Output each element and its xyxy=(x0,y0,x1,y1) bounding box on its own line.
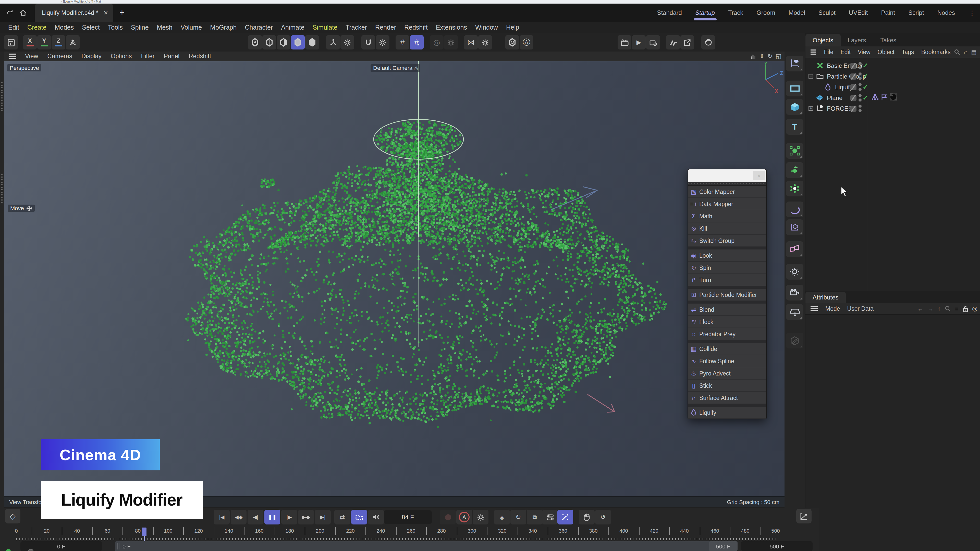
attr-filter-icon[interactable]: ≡ xyxy=(955,306,958,312)
tree-row-particle-group[interactable]: −Particle Group✓ xyxy=(805,71,980,82)
material-tag-icon[interactable] xyxy=(890,93,897,102)
popup-item-surface-attract[interactable]: ∩Surface Attract xyxy=(688,392,766,404)
popup-item-predator-prey[interactable]: ◌Predator Prey xyxy=(688,328,766,340)
edges-mode-button[interactable] xyxy=(262,35,276,49)
field-icon[interactable] xyxy=(786,143,803,159)
key-position-button[interactable]: ◈ xyxy=(494,510,510,524)
falloff-rings-icon[interactable]: ◎ xyxy=(430,35,444,49)
perspective-viewport[interactable]: Perspective Default Camera ⎙ Move Y Z X xyxy=(4,61,784,496)
spline-pen-icon[interactable] xyxy=(786,56,803,71)
enabled-check-icon[interactable]: ✓ xyxy=(862,62,868,69)
object-manager-hamburger-icon[interactable] xyxy=(811,49,816,55)
panel-drag-handle[interactable] xyxy=(1,174,3,205)
snap-keys-button[interactable] xyxy=(557,510,573,524)
om-menu-edit[interactable]: Edit xyxy=(837,49,854,55)
text-spline-icon[interactable]: T xyxy=(786,119,803,135)
edit-toggle-icon[interactable] xyxy=(850,62,856,68)
export-icon[interactable] xyxy=(680,35,694,49)
camera-label[interactable]: Default Camera ⎙ xyxy=(371,64,420,72)
mouse-mode-button[interactable] xyxy=(579,510,595,524)
symmetry-settings-gear-icon[interactable] xyxy=(478,35,492,49)
popup-item-blend[interactable]: ⇌Blend xyxy=(688,303,766,316)
render-dot[interactable] xyxy=(859,98,862,101)
tree-row-basic-emitter[interactable]: Basic Emitter✓ xyxy=(805,60,980,71)
viewport-menu-view[interactable]: View xyxy=(21,52,43,60)
playhead[interactable] xyxy=(142,527,146,536)
om-menu-tags[interactable]: Tags xyxy=(898,49,918,55)
attr-target-icon[interactable]: ◎ xyxy=(972,305,977,312)
attr-back-icon[interactable]: ← xyxy=(917,305,923,312)
deformer-icon[interactable] xyxy=(786,202,803,218)
spline-rectangle-icon[interactable] xyxy=(786,81,803,97)
sound-button[interactable] xyxy=(368,510,384,524)
tree-row-forces[interactable]: +FORCES xyxy=(805,103,980,114)
axis-settings-gear-icon[interactable] xyxy=(340,35,354,49)
popup-drag-handle[interactable] xyxy=(688,182,766,186)
viewport-menu-options[interactable]: Options xyxy=(106,52,137,60)
layout-track[interactable]: Track xyxy=(721,3,750,22)
menu-mograph[interactable]: MoGraph xyxy=(206,24,241,31)
menu-window[interactable]: Window xyxy=(471,24,502,31)
visibility-dots-icon[interactable] xyxy=(859,104,862,113)
layout-groom[interactable]: Groom xyxy=(750,3,782,22)
symmetry-mirror-icon[interactable]: ⋈ xyxy=(464,35,478,49)
attr-up-icon[interactable]: ↑ xyxy=(938,305,941,312)
menu-character[interactable]: Character xyxy=(241,24,277,31)
auto-mode-icon[interactable]: Ⓐ xyxy=(520,35,533,49)
render-play-button[interactable]: ▶ xyxy=(632,35,646,49)
om-home-icon[interactable]: ⌂ xyxy=(964,48,968,56)
autokey-button[interactable]: A xyxy=(456,510,472,524)
asset-browser-button[interactable] xyxy=(4,35,18,49)
render-dot[interactable] xyxy=(859,109,862,112)
visibility-dot[interactable] xyxy=(859,94,862,97)
axis-lock-y-button[interactable]: Y xyxy=(37,35,51,49)
workplane-grid-button[interactable]: # xyxy=(396,35,409,49)
viewport-menu-filter[interactable]: Filter xyxy=(136,52,159,60)
menu-select[interactable]: Select xyxy=(78,24,104,31)
edit-toggle-icon[interactable] xyxy=(850,73,856,79)
render-dot[interactable] xyxy=(859,87,862,91)
object-tree[interactable]: Basic Emitter✓−Particle Group✓Liquify✓Pl… xyxy=(805,58,980,291)
attr-lock-icon[interactable] xyxy=(963,305,968,312)
render-dot[interactable] xyxy=(859,77,862,80)
loop-mode-button[interactable]: ⇄ xyxy=(334,510,350,524)
orbit-playback-button[interactable]: ↺ xyxy=(595,510,611,524)
edit-toggle-icon[interactable] xyxy=(850,95,856,101)
om-panel-list-icon[interactable]: ▤ xyxy=(971,49,977,56)
attributes-tab[interactable]: Attributes xyxy=(805,291,980,303)
flag-tag-icon[interactable] xyxy=(881,93,887,102)
record-button[interactable] xyxy=(440,510,456,524)
tree-row-plane[interactable]: Plane✓ xyxy=(805,92,980,103)
visibility-dot[interactable] xyxy=(859,83,862,86)
current-frame-field[interactable]: 84 F xyxy=(384,510,432,524)
popup-item-flock[interactable]: ≋Flock xyxy=(688,316,766,328)
floor-environment-icon[interactable] xyxy=(786,304,803,320)
menu-tracker[interactable]: Tracker xyxy=(342,24,371,31)
menu-tools[interactable]: Tools xyxy=(104,24,127,31)
view-label[interactable]: Perspective xyxy=(7,64,41,71)
tree-row-liquify[interactable]: Liquify✓ xyxy=(805,82,980,92)
previous-key-button[interactable]: ◀◆ xyxy=(231,510,247,524)
popup-item-kill[interactable]: ⊗Kill xyxy=(688,222,766,235)
viewport-menu-redshift[interactable]: Redshift xyxy=(184,52,216,60)
render-view-button[interactable] xyxy=(617,35,632,49)
tree-expander-icon[interactable]: + xyxy=(808,106,813,111)
menu-spline[interactable]: Spline xyxy=(127,24,153,31)
fcurve-button[interactable] xyxy=(796,509,811,524)
simulation-gear-icon[interactable] xyxy=(786,181,803,197)
home-icon[interactable] xyxy=(16,6,30,19)
popup-header[interactable]: × xyxy=(688,169,766,182)
modeling-axis-icon[interactable] xyxy=(505,35,519,49)
key-parameter-toggles-button[interactable] xyxy=(542,510,558,524)
tab-objects[interactable]: Objects xyxy=(805,34,840,46)
interactive-render-region-icon[interactable] xyxy=(701,35,715,49)
edit-toggle-icon[interactable] xyxy=(850,105,856,111)
om-menu-bookmarks[interactable]: Bookmarks xyxy=(918,49,954,55)
menu-animate[interactable]: Animate xyxy=(277,24,309,31)
toggle-panel-icon[interactable]: ◱ xyxy=(776,52,781,60)
panel-drag-handle[interactable] xyxy=(1,82,3,113)
popup-item-stick[interactable]: ▯Stick xyxy=(688,380,766,392)
layout-sculpt[interactable]: Sculpt xyxy=(812,3,842,22)
render-settings-button[interactable] xyxy=(646,35,660,49)
instance-icon[interactable] xyxy=(786,241,803,257)
